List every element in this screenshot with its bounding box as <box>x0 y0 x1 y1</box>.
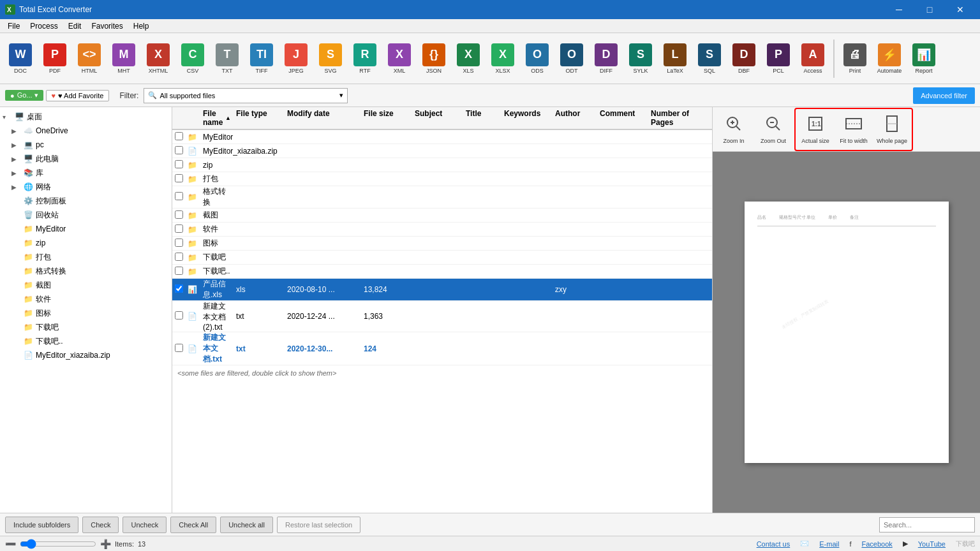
table-row[interactable]: 📁 MyEditor <box>172 130 712 144</box>
sidebar-item-thispc[interactable]: ▶ 🖥️ 此电脑 <box>0 152 172 166</box>
sidebar-item-format[interactable]: 📁 格式转换 <box>0 264 172 278</box>
fit-to-width-button[interactable]: Fit to width <box>835 110 872 149</box>
row-checkbox[interactable] <box>175 160 183 168</box>
minus-icon[interactable]: ➖ <box>5 539 16 549</box>
sidebar-item-recycle[interactable]: 🗑️ 回收站 <box>0 208 172 222</box>
sidebar-item-desktop[interactable]: ▾ 🖥️ 桌面 <box>0 110 172 124</box>
table-row[interactable]: 📄 新建文本文档 (2).txt txt 2020-12-24 ... 1,36… <box>172 301 712 332</box>
zoom-out-button[interactable]: Zoom Out <box>755 110 792 149</box>
toolbar-pcl[interactable]: P PCL <box>762 36 795 81</box>
sidebar-item-network[interactable]: ▶ 🌐 网络 <box>0 180 172 194</box>
uncheck-button[interactable]: Uncheck <box>122 517 167 533</box>
row-checkbox[interactable] <box>175 267 183 275</box>
row-checkbox[interactable] <box>175 284 183 293</box>
header-modifydate[interactable]: Modify date <box>285 109 361 127</box>
close-button[interactable]: ✕ <box>946 0 975 19</box>
toolbar-mht[interactable]: M MHT <box>107 36 140 81</box>
toolbar-xlsx[interactable]: X XLSX <box>486 36 519 81</box>
toolbar-pdf[interactable]: P PDF <box>38 36 71 81</box>
actual-size-button[interactable]: 1:1 Actual size <box>797 110 834 149</box>
facebook-link[interactable]: Facebook <box>861 540 892 548</box>
toolbar-report[interactable]: 📊 Report <box>907 36 940 81</box>
header-filesize[interactable]: File size <box>361 109 412 127</box>
toolbar-doc[interactable]: W DOC <box>4 36 37 81</box>
toolbar-print[interactable]: 🖨 Print <box>838 36 872 81</box>
toolbar-sql[interactable]: S SQL <box>693 36 726 81</box>
table-row[interactable]: 📁 下载吧.. <box>172 265 712 279</box>
row-checkbox[interactable] <box>175 311 183 320</box>
menu-process[interactable]: Process <box>25 20 63 32</box>
menu-favorites[interactable]: Favorites <box>86 20 128 32</box>
contact-us-link[interactable]: Contact us <box>757 540 791 548</box>
toolbar-automate[interactable]: ⚡ Automate <box>873 36 906 81</box>
advanced-filter-button[interactable]: Advanced filter <box>913 87 975 104</box>
table-row[interactable]: 📁 下载吧 <box>172 251 712 265</box>
menu-help[interactable]: Help <box>128 20 154 32</box>
toolbar-json[interactable]: {} JSON <box>417 36 450 81</box>
menu-file[interactable]: File <box>3 20 25 32</box>
minimize-button[interactable]: ─ <box>884 0 914 19</box>
toolbar-tiff[interactable]: TI TIFF <box>245 36 278 81</box>
check-button[interactable]: Check <box>82 517 119 533</box>
table-row[interactable]: 📄 新建文本文档.txt txt 2020-12-30... 124 <box>172 332 712 365</box>
table-row[interactable]: 📁 图标 <box>172 237 712 251</box>
row-checkbox[interactable] <box>175 253 183 261</box>
sidebar-item-download1[interactable]: 📁 下载吧 <box>0 320 172 334</box>
table-row[interactable]: 📄 MyEditor_xiazaiba.zip <box>172 144 712 158</box>
toolbar-access[interactable]: A Access <box>796 36 829 81</box>
restore-last-button[interactable]: Restore last selection <box>277 517 360 533</box>
sidebar-item-download2[interactable]: 📁 下载吧.. <box>0 334 172 348</box>
header-filename[interactable]: File name ▲ <box>200 109 234 127</box>
row-checkbox[interactable] <box>175 132 183 140</box>
search-input[interactable] <box>879 517 975 533</box>
toolbar-xls[interactable]: X XLS <box>452 36 485 81</box>
header-filetype[interactable]: File type <box>234 109 285 127</box>
email-link[interactable]: E-mail <box>819 540 839 548</box>
sidebar-item-controlpanel[interactable]: ⚙️ 控制面板 <box>0 194 172 208</box>
zoom-slider[interactable] <box>20 539 96 549</box>
filter-dropdown[interactable]: 🔍 All supported files ▾ <box>144 88 348 103</box>
toolbar-latex[interactable]: L LaTeX <box>658 36 692 81</box>
uncheck-all-button[interactable]: Uncheck all <box>220 517 273 533</box>
sidebar-item-library[interactable]: ▶ 📚 库 <box>0 166 172 180</box>
row-checkbox[interactable] <box>175 344 183 352</box>
toolbar-txt[interactable]: T TXT <box>211 36 244 81</box>
row-checkbox[interactable] <box>175 239 183 247</box>
toolbar-csv[interactable]: C CSV <box>176 36 209 81</box>
table-row[interactable]: 📊 产品信息.xls xls 2020-08-10 ... 13,824 zxy <box>172 279 712 301</box>
menu-edit[interactable]: Edit <box>63 20 87 32</box>
table-row[interactable]: 📁 打包 <box>172 172 712 186</box>
toolbar-rtf[interactable]: R RTF <box>348 36 382 81</box>
sidebar-item-pc[interactable]: ▶ 💻 pc <box>0 138 172 152</box>
youtube-link[interactable]: YouTube <box>918 540 946 548</box>
toolbar-sylk[interactable]: S SYLK <box>624 36 657 81</box>
sidebar-item-myeditor[interactable]: 📁 MyEditor <box>0 222 172 236</box>
toolbar-xml[interactable]: X XML <box>383 36 416 81</box>
sidebar-item-onedrive[interactable]: ▶ ☁️ OneDrive <box>0 124 172 138</box>
sidebar-item-zip[interactable]: 📁 zip <box>0 236 172 250</box>
row-checkbox[interactable] <box>175 210 183 219</box>
whole-page-button[interactable]: Whole page <box>873 110 910 149</box>
go-button[interactable]: ● Go... ▾ <box>5 90 43 101</box>
sidebar-item-zipfile[interactable]: 📄 MyEditor_xiazaiba.zip <box>0 348 172 362</box>
maximize-button[interactable]: □ <box>915 0 944 19</box>
table-row[interactable]: 📁 软件 <box>172 223 712 237</box>
sidebar-item-pack[interactable]: 📁 打包 <box>0 250 172 264</box>
toolbar-xhtml[interactable]: X XHTML <box>142 36 175 81</box>
table-row[interactable]: 📁 截图 <box>172 209 712 223</box>
check-all-button[interactable]: Check All <box>170 517 216 533</box>
toolbar-jpeg[interactable]: J JPEG <box>279 36 313 81</box>
toolbar-dbf[interactable]: D DBF <box>727 36 761 81</box>
toolbar-odt[interactable]: O ODT <box>555 36 588 81</box>
add-favorite-button[interactable]: ♥ ♥ Add Favorite <box>46 90 110 101</box>
table-row[interactable]: 📁 zip <box>172 158 712 172</box>
plus-icon[interactable]: ➕ <box>100 539 111 549</box>
sidebar-item-icons[interactable]: 📁 图标 <box>0 306 172 320</box>
row-checkbox[interactable] <box>175 224 183 233</box>
zoom-in-button[interactable]: Zoom In <box>715 110 752 149</box>
toolbar-svg[interactable]: S SVG <box>314 36 347 81</box>
toolbar-diff[interactable]: D DIFF <box>590 36 623 81</box>
include-subfolders-button[interactable]: Include subfolders <box>5 517 78 533</box>
row-checkbox[interactable] <box>175 192 183 200</box>
sidebar-item-software[interactable]: 📁 软件 <box>0 292 172 306</box>
